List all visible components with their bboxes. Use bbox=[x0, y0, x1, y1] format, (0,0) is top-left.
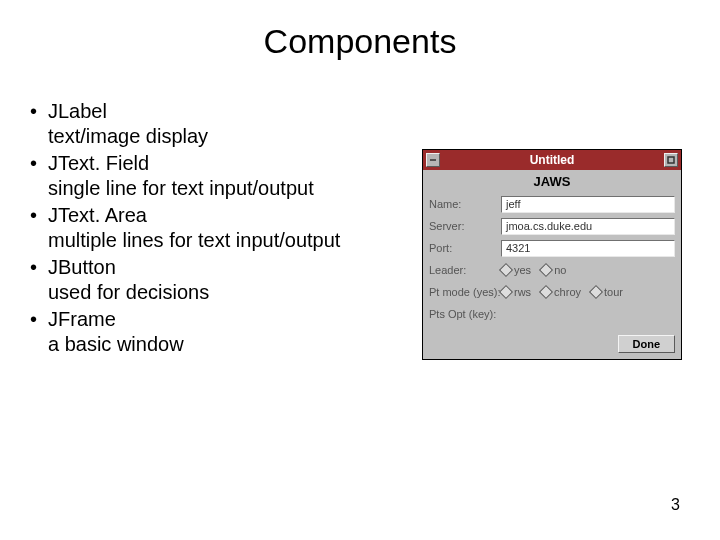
item-name: JText. Area bbox=[48, 204, 147, 226]
window-resize-icon[interactable] bbox=[664, 153, 678, 167]
leader-option[interactable]: no bbox=[541, 264, 566, 276]
bullet-list: • JLabel text/image display • JText. Fie… bbox=[30, 99, 422, 357]
example-window-figure: Untitled JAWS Name: jeff Server: jmoa.cs… bbox=[422, 149, 690, 360]
radio-icon bbox=[539, 285, 553, 299]
bullet-icon: • bbox=[30, 203, 37, 228]
window-title: Untitled bbox=[440, 153, 664, 167]
bullet-icon: • bbox=[30, 99, 37, 124]
app-name-label: JAWS bbox=[423, 170, 681, 191]
item-name: JFrame bbox=[48, 308, 116, 330]
row-server: Server: jmoa.cs.duke.edu bbox=[429, 215, 675, 237]
list-item: • JLabel text/image display bbox=[30, 99, 422, 149]
list-item: • JButton used for decisions bbox=[30, 255, 422, 305]
server-field[interactable]: jmoa.cs.duke.edu bbox=[501, 218, 675, 235]
item-desc: text/image display bbox=[48, 125, 208, 147]
bullet-icon: • bbox=[30, 151, 37, 176]
mode-label: Pt mode (yes): bbox=[429, 286, 501, 298]
example-window: Untitled JAWS Name: jeff Server: jmoa.cs… bbox=[422, 149, 682, 360]
mode-option[interactable]: chroy bbox=[541, 286, 581, 298]
mode-options: rws chroy tour bbox=[501, 286, 675, 298]
leader-label: Leader: bbox=[429, 264, 501, 276]
list-item: • JText. Area multiple lines for text in… bbox=[30, 203, 422, 253]
option-label: chroy bbox=[554, 286, 581, 298]
page-number: 3 bbox=[671, 496, 680, 514]
window-footer: Done bbox=[423, 331, 681, 359]
row-port: Port: 4321 bbox=[429, 237, 675, 259]
bullet-icon: • bbox=[30, 307, 37, 332]
keys-label: Pts Opt (key): bbox=[429, 308, 501, 320]
item-name: JLabel bbox=[48, 100, 107, 122]
item-name: JButton bbox=[48, 256, 116, 278]
radio-icon bbox=[499, 263, 513, 277]
bullet-list-container: • JLabel text/image display • JText. Fie… bbox=[30, 99, 422, 360]
name-label: Name: bbox=[429, 198, 501, 210]
row-name: Name: jeff bbox=[429, 193, 675, 215]
item-desc: single line for text input/output bbox=[48, 177, 314, 199]
option-label: tour bbox=[604, 286, 623, 298]
done-button[interactable]: Done bbox=[618, 335, 676, 353]
mode-option[interactable]: tour bbox=[591, 286, 623, 298]
page-title: Components bbox=[0, 0, 720, 61]
item-desc: a basic window bbox=[48, 333, 184, 355]
radio-icon bbox=[499, 285, 513, 299]
option-label: yes bbox=[514, 264, 531, 276]
list-item: • JText. Field single line for text inpu… bbox=[30, 151, 422, 201]
row-keys: Pts Opt (key): bbox=[429, 303, 675, 325]
radio-icon bbox=[539, 263, 553, 277]
option-label: rws bbox=[514, 286, 531, 298]
form-area: Name: jeff Server: jmoa.cs.duke.edu Port… bbox=[423, 191, 681, 331]
list-item: • JFrame a basic window bbox=[30, 307, 422, 357]
mode-option[interactable]: rws bbox=[501, 286, 531, 298]
item-desc: multiple lines for text input/output bbox=[48, 229, 340, 251]
row-mode: Pt mode (yes): rws chroy tour bbox=[429, 281, 675, 303]
leader-option[interactable]: yes bbox=[501, 264, 531, 276]
leader-options: yes no bbox=[501, 264, 675, 276]
item-desc: used for decisions bbox=[48, 281, 209, 303]
window-menu-icon[interactable] bbox=[426, 153, 440, 167]
svg-rect-0 bbox=[668, 157, 674, 163]
name-field[interactable]: jeff bbox=[501, 196, 675, 213]
bullet-icon: • bbox=[30, 255, 37, 280]
window-titlebar: Untitled bbox=[423, 150, 681, 170]
row-leader: Leader: yes no bbox=[429, 259, 675, 281]
server-label: Server: bbox=[429, 220, 501, 232]
port-field[interactable]: 4321 bbox=[501, 240, 675, 257]
item-name: JText. Field bbox=[48, 152, 149, 174]
radio-icon bbox=[589, 285, 603, 299]
option-label: no bbox=[554, 264, 566, 276]
content-area: • JLabel text/image display • JText. Fie… bbox=[0, 61, 720, 360]
port-label: Port: bbox=[429, 242, 501, 254]
